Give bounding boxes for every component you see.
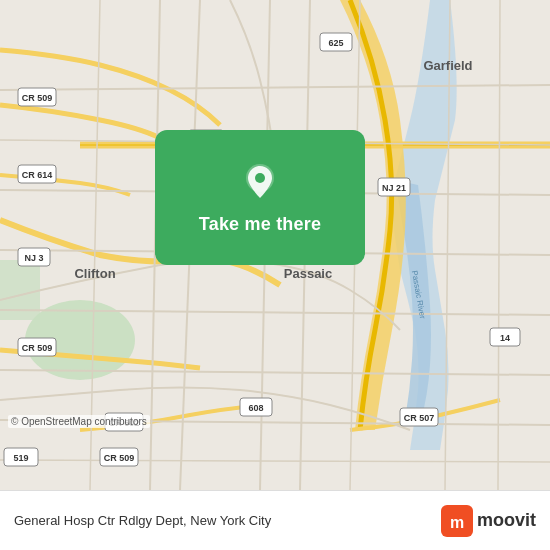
svg-point-34	[255, 173, 265, 183]
map-attribution: © OpenStreetMap contributors	[8, 415, 150, 428]
moovit-logo-text: moovit	[477, 510, 536, 531]
svg-text:CR 614: CR 614	[22, 170, 53, 180]
moovit-logo: m moovit	[441, 505, 536, 537]
location-text: General Hosp Ctr Rdlgy Dept, New York Ci…	[14, 513, 441, 528]
svg-text:Clifton: Clifton	[74, 266, 115, 281]
svg-text:CR 507: CR 507	[404, 413, 435, 423]
location-pin-icon	[238, 160, 282, 204]
svg-text:608: 608	[248, 403, 263, 413]
svg-text:NJ 21: NJ 21	[382, 183, 406, 193]
svg-text:625: 625	[328, 38, 343, 48]
svg-text:14: 14	[500, 333, 510, 343]
svg-text:m: m	[450, 514, 464, 531]
svg-text:CR 509: CR 509	[22, 343, 53, 353]
svg-text:519: 519	[13, 453, 28, 463]
svg-text:CR 509: CR 509	[104, 453, 135, 463]
svg-text:Passaic: Passaic	[284, 266, 332, 281]
svg-text:NJ 3: NJ 3	[24, 253, 43, 263]
bottom-bar: General Hosp Ctr Rdlgy Dept, New York Ci…	[0, 490, 550, 550]
take-me-there-label: Take me there	[199, 214, 321, 235]
moovit-logo-icon: m	[441, 505, 473, 537]
svg-text:Garfield: Garfield	[423, 58, 472, 73]
map-container: CR 509 US 46 CR 614 NJ 3 CR 509 CR 602 6…	[0, 0, 550, 490]
svg-text:CR 509: CR 509	[22, 93, 53, 103]
action-card[interactable]: Take me there	[155, 130, 365, 265]
